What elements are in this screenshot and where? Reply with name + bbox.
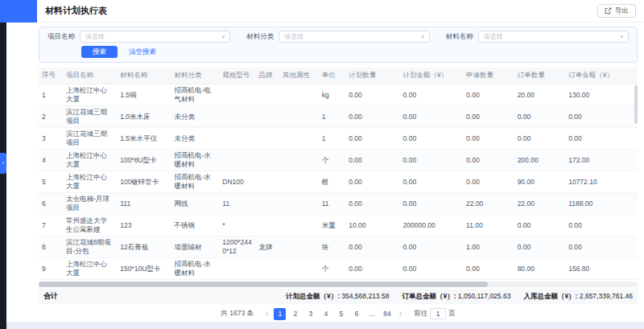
column-header: 计划金额（¥）: [400, 68, 464, 84]
page-button-5[interactable]: 5: [335, 308, 347, 320]
table-cell: 0.00: [400, 236, 464, 258]
table-cell: 1: [39, 84, 63, 106]
table-cell: 130.00: [565, 84, 638, 106]
goto-page-input[interactable]: [430, 308, 446, 319]
table-cell: 0.00: [400, 193, 464, 215]
filter-actions: 搜索 清空搜索: [81, 46, 629, 58]
table-row: 5上海松江中心大厦100镀锌管卡招商机电-水暖材料DN100根0.000.000…: [39, 171, 638, 193]
table-cell: 1.00: [463, 236, 514, 258]
table-cell: 0.00: [345, 106, 399, 128]
sidebar-expand-handle[interactable]: ›: [0, 153, 6, 174]
table-body: 1上海松江中心大厦1.5铜招商机电-电气材料kg0.000.000.0020.0…: [39, 84, 638, 280]
table-cell: 0.00: [463, 150, 514, 171]
table-row: 3滨江花城三期项目1.5米水平仪未分类10.000.000.000.000.00: [39, 128, 638, 150]
material-name-select[interactable]: 请选择 ▾: [478, 31, 629, 43]
table-cell: 0.00: [565, 106, 638, 128]
column-header: 品牌: [255, 68, 279, 84]
table-cell: [279, 84, 319, 106]
table-cell: 22.00: [463, 193, 514, 215]
table-cell: [279, 236, 319, 258]
logo-block: [0, 0, 37, 23]
column-header: 申请数量: [463, 68, 514, 84]
material-category-select[interactable]: 请选择 ▾: [279, 31, 429, 43]
summary-total-label: 合计: [43, 291, 58, 302]
table-cell: [255, 215, 279, 236]
clear-search-link[interactable]: 清空搜索: [129, 47, 156, 57]
table-cell: 滨江花城三期项目: [63, 128, 117, 150]
table-cell: 11: [219, 193, 255, 215]
table-cell: 墙面辅材: [171, 236, 219, 258]
app-root: › 材料计划执行表 导出 项目名称: [0, 0, 644, 329]
table-cell: *: [219, 215, 255, 236]
table-row: 2滨江花城三期项目1.0米木床未分类10.000.000.000.000.00: [39, 106, 638, 128]
table-cell: 招商机电-水暖材料: [171, 258, 219, 280]
column-header: 序号: [39, 68, 63, 84]
content-area: 项目名称 请选择 ▾ 材料分类 请选择 ▾ 材料: [6, 23, 644, 322]
table-cell: 未分类: [171, 106, 219, 128]
filter-panel: 项目名称 请选择 ▾ 材料分类 请选择 ▾ 材料: [39, 27, 638, 63]
table-cell: 0.00: [514, 215, 566, 236]
table-cell: 上海松江中心大厦: [63, 171, 117, 193]
table-cell: 滨江花城8期项目-分包: [63, 236, 117, 258]
page-ellipsis[interactable]: ...: [365, 308, 378, 320]
project-name-label: 项目名称: [47, 32, 75, 42]
material-category-label: 材料分类: [246, 32, 274, 42]
table-cell: 10.00: [345, 215, 399, 236]
table-cell: 4: [39, 150, 63, 171]
page-button-4[interactable]: 4: [320, 308, 332, 320]
table-cell: 0.00: [345, 150, 399, 171]
project-name-select[interactable]: 请选择 ▾: [80, 31, 230, 43]
summary-item: 入库总金额（¥）: 2,657,339,761.46: [523, 292, 633, 302]
table-cell: 1200*2440*12: [219, 236, 255, 258]
horizontal-scrollbar-thumb[interactable]: [39, 282, 488, 287]
table-cell: 8: [39, 236, 63, 258]
table-cell: 网线: [171, 193, 219, 215]
page-button-3[interactable]: 3: [304, 308, 316, 320]
table-cell: kg: [319, 84, 346, 106]
project-name-placeholder: 请选择: [85, 32, 105, 41]
table-cell: 招商机电-电气材料: [171, 84, 219, 106]
column-header: 材料名称: [117, 68, 171, 84]
search-button[interactable]: 搜索: [81, 46, 118, 58]
table-cell: 0.00: [345, 236, 399, 258]
summary-items: 计划总金额（¥）: 354,568,213.58订单总金额（¥）: 1,050,…: [286, 292, 633, 302]
table-cell: 7: [39, 215, 63, 236]
page-button-2[interactable]: 2: [289, 308, 301, 320]
summary-item: 计划总金额（¥）: 354,568,213.58: [286, 292, 390, 302]
table-cell: [219, 258, 255, 280]
page-button-last[interactable]: 84: [381, 308, 393, 320]
table-cell: [219, 84, 255, 106]
table-cell: 0.00: [345, 171, 399, 193]
export-button[interactable]: 导出: [597, 4, 636, 18]
table-cell: 1: [319, 128, 346, 150]
table-cell: [219, 150, 255, 171]
table-row: 4上海松江中心大厦100*8U型卡招商机电-水暖材料个0.000.000.002…: [39, 150, 638, 171]
summary-item: 订单总金额（¥）: 1,050,117,025.63: [402, 292, 510, 302]
vertical-scrollbar[interactable]: [634, 85, 638, 124]
filter-row: 项目名称 请选择 ▾ 材料分类 请选择 ▾ 材料: [47, 31, 629, 43]
table-cell: 1188.00: [565, 193, 638, 215]
table-cell: 0.00: [514, 106, 566, 128]
page-button-6[interactable]: 6: [350, 308, 362, 320]
table-cell: 3: [39, 128, 63, 150]
table-cell: [279, 171, 319, 193]
table-cell: 100*8U型卡: [117, 150, 171, 171]
table-cell: 20.00: [514, 84, 566, 106]
table-cell: 0.00: [463, 171, 514, 193]
table-row: 1上海松江中心大厦1.5铜招商机电-电气材料kg0.000.000.0020.0…: [39, 84, 638, 106]
column-header: 材料分类: [171, 68, 219, 84]
material-name-label: 材料名称: [446, 32, 473, 42]
table-cell: [255, 106, 279, 128]
prev-page-button[interactable]: ‹: [263, 310, 270, 318]
table-cell: 9: [39, 258, 63, 280]
table-cell: 米重: [319, 215, 346, 236]
table-cell: 0.00: [463, 106, 514, 128]
table-cell: 6: [39, 193, 63, 215]
table-cell: 0.00: [400, 258, 464, 280]
goto-suffix: 页: [448, 309, 456, 319]
next-page-button[interactable]: ›: [397, 310, 404, 318]
page-button-1[interactable]: 1: [274, 308, 286, 320]
main-panel: 材料计划执行表 导出 项目名称 请选择: [6, 0, 644, 322]
table-cell: [279, 258, 319, 280]
horizontal-scrollbar[interactable]: [39, 282, 638, 287]
